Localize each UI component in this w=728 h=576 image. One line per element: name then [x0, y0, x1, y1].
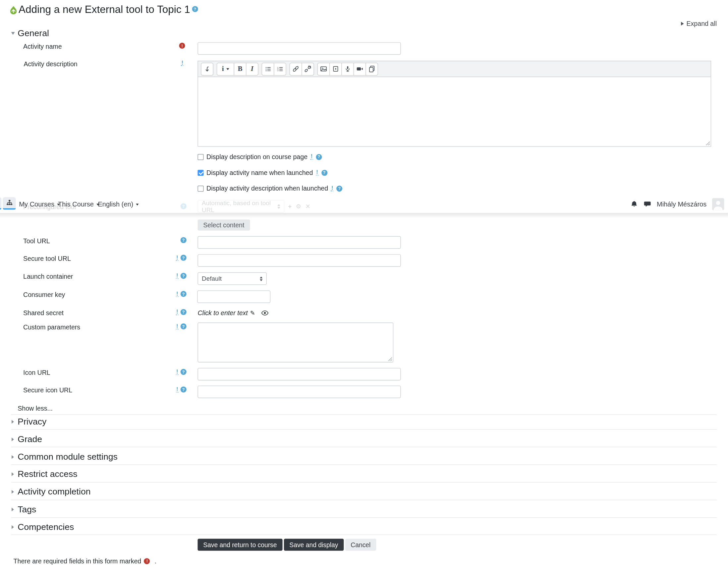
- save-and-return-button[interactable]: Save and return to course: [198, 539, 282, 550]
- required-icon: !: [179, 43, 185, 49]
- help-icon[interactable]: ?: [181, 323, 186, 329]
- help-icon[interactable]: ?: [181, 386, 186, 393]
- help-icon[interactable]: ?: [181, 369, 186, 375]
- icon-url-label: Icon URL: [23, 369, 50, 376]
- section-header-privacy[interactable]: Privacy: [18, 416, 47, 427]
- unlink-icon[interactable]: [301, 62, 314, 75]
- tool-url-input[interactable]: [198, 236, 401, 249]
- display-description-checkbox-row: Display description on course page ! ?: [198, 153, 322, 161]
- help-icon[interactable]: ?: [181, 291, 186, 297]
- external-tool-icon: [10, 6, 17, 14]
- chevron-right-icon: [11, 490, 14, 493]
- nav-tab-sitemap[interactable]: [3, 197, 16, 210]
- divider: [11, 517, 717, 518]
- bullet-list-icon[interactable]: [262, 62, 274, 75]
- consumer-key-label: Consumer key: [23, 291, 65, 298]
- editor-toolbar: i B I 1 2 3: [198, 61, 711, 77]
- help-icon[interactable]: ?: [181, 273, 186, 279]
- divider: [11, 429, 717, 430]
- chevron-right-icon: [11, 508, 14, 511]
- top-navbar: My Courses This Course English (en) Mihá…: [0, 195, 728, 213]
- notifications-bell-icon[interactable]: [630, 201, 638, 208]
- image-icon[interactable]: [317, 62, 330, 75]
- show-less-link[interactable]: Show less...: [18, 405, 53, 412]
- checkbox[interactable]: [198, 185, 203, 191]
- secure-tool-url-label: Secure tool URL: [23, 255, 71, 262]
- secure-tool-url-input[interactable]: [198, 254, 401, 267]
- nav-my-courses[interactable]: My Courses: [19, 195, 60, 213]
- section-header-common-module-settings[interactable]: Common module settings: [18, 452, 118, 462]
- activity-description-editor[interactable]: [198, 77, 711, 146]
- italic-icon[interactable]: I: [246, 62, 259, 75]
- help-icon[interactable]: ?: [181, 255, 186, 261]
- custom-parameters-textarea[interactable]: [198, 322, 393, 362]
- launch-container-label: Launch container: [23, 273, 73, 280]
- chevron-right-icon: [681, 22, 683, 26]
- advanced-icon: !: [331, 185, 334, 191]
- checkbox[interactable]: [198, 170, 203, 176]
- help-icon[interactable]: ?: [181, 237, 186, 243]
- record-audio-icon[interactable]: [341, 62, 354, 75]
- user-name[interactable]: Mihály Mészáros: [657, 201, 706, 208]
- select-arrows-icon: [260, 277, 262, 281]
- custom-parameters-label: Custom parameters: [23, 323, 80, 331]
- resize-handle[interactable]: [388, 357, 392, 361]
- media-icon[interactable]: [329, 62, 342, 75]
- advanced-icon: !: [181, 60, 183, 66]
- svg-text:3: 3: [277, 69, 278, 71]
- advanced-icon: !: [176, 324, 179, 329]
- section-header-competencies[interactable]: Competencies: [18, 522, 74, 532]
- divider: [11, 464, 717, 465]
- save-and-display-button[interactable]: Save and display: [284, 539, 344, 550]
- resize-handle[interactable]: [705, 141, 710, 145]
- divider: [11, 535, 717, 535]
- help-icon[interactable]: ?: [316, 154, 322, 160]
- section-header-restrict-access[interactable]: Restrict access: [18, 469, 77, 479]
- manage-files-icon[interactable]: [366, 62, 378, 75]
- required-icon: !: [144, 558, 150, 564]
- toolbar-collapse-icon[interactable]: [201, 62, 213, 75]
- activity-name-input[interactable]: [198, 42, 401, 55]
- checkbox-label: Display activity name when launched: [206, 169, 313, 176]
- chevron-right-icon: [11, 437, 14, 441]
- advanced-icon: !: [176, 387, 179, 393]
- bold-icon[interactable]: B: [234, 62, 246, 75]
- help-icon[interactable]: ?: [181, 309, 186, 315]
- avatar[interactable]: [712, 198, 724, 210]
- icon-url-input[interactable]: [198, 368, 401, 380]
- expand-all-link[interactable]: Expand all: [681, 20, 717, 27]
- chevron-right-icon: [11, 472, 14, 476]
- chevron-right-icon: [11, 525, 14, 529]
- section-header-grade[interactable]: Grade: [18, 434, 42, 444]
- help-icon[interactable]: ?: [192, 6, 198, 12]
- tool-url-label: Tool URL: [23, 237, 50, 244]
- consumer-key-input[interactable]: [197, 290, 270, 303]
- nav-language[interactable]: English (en): [98, 195, 139, 213]
- secure-icon-url-input[interactable]: [198, 385, 401, 398]
- cancel-button[interactable]: Cancel: [345, 539, 376, 550]
- messages-icon[interactable]: [643, 201, 651, 208]
- paragraph-style-icon[interactable]: i: [217, 62, 234, 75]
- edit-pencil-icon[interactable]: ✎: [250, 309, 255, 316]
- section-header-activity-completion[interactable]: Activity completion: [18, 487, 90, 497]
- record-video-icon[interactable]: [354, 62, 366, 75]
- advanced-icon: !: [176, 273, 179, 279]
- advanced-icon: !: [316, 170, 318, 175]
- chevron-down-icon: [136, 204, 139, 206]
- advanced-icon: !: [176, 255, 179, 261]
- section-header-general[interactable]: General: [18, 28, 49, 38]
- link-icon[interactable]: [290, 62, 302, 75]
- launch-container-select[interactable]: Default: [198, 272, 267, 285]
- section-header-tags[interactable]: Tags: [18, 505, 36, 515]
- numbered-list-icon[interactable]: 1 2 3: [274, 62, 286, 75]
- advanced-icon: !: [176, 291, 179, 297]
- select-content-button[interactable]: Select content: [198, 220, 250, 231]
- nav-tab-partial[interactable]: [0, 197, 1, 210]
- advanced-icon: !: [176, 369, 179, 375]
- shared-secret-inplace-editable[interactable]: Click to enter text: [198, 309, 247, 316]
- nav-this-course[interactable]: This Course: [58, 195, 99, 213]
- help-icon[interactable]: ?: [336, 185, 342, 191]
- reveal-eye-icon[interactable]: [261, 310, 268, 315]
- checkbox[interactable]: [198, 154, 203, 160]
- help-icon[interactable]: ?: [321, 170, 327, 176]
